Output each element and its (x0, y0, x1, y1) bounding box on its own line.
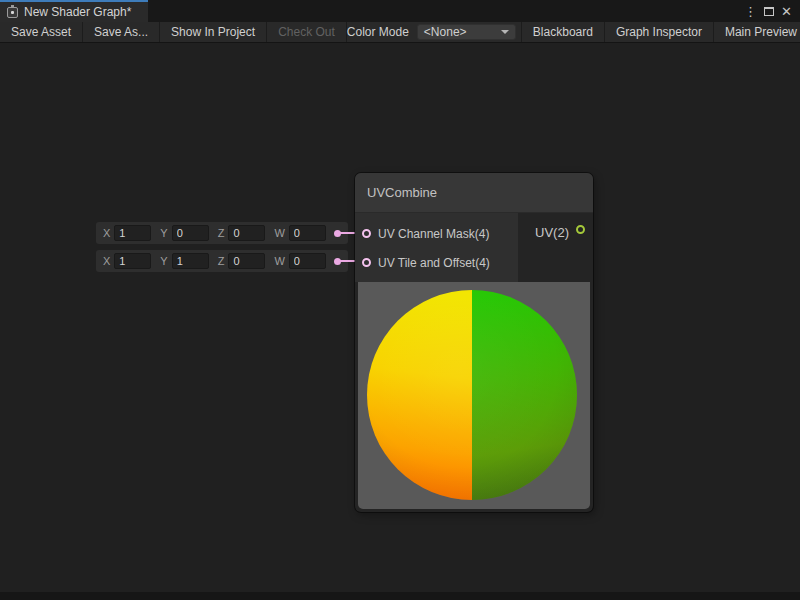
vector4-field-row-2: X Y Z W (96, 250, 348, 272)
input-port-label: UV Tile and Offset(4) (378, 256, 490, 270)
node-header[interactable]: UVCombine (355, 173, 593, 213)
sphere-left-half (367, 290, 472, 500)
main-preview-toggle-button[interactable]: Main Preview (713, 22, 800, 42)
vector-y-input[interactable] (172, 225, 209, 241)
window-controls: ⋮ ✕ (744, 0, 800, 22)
vector-z-label: Z (218, 227, 225, 239)
tab-new-shader-graph[interactable]: New Shader Graph* (0, 0, 148, 22)
bottom-strip (0, 592, 800, 600)
save-asset-button[interactable]: Save Asset (0, 22, 83, 42)
vector-y-label: Y (160, 227, 167, 239)
graph-inspector-toggle-button[interactable]: Graph Inspector (604, 22, 713, 42)
vector-x-label: X (103, 255, 110, 267)
vector-x-label: X (103, 227, 110, 239)
vector-z-input[interactable] (228, 225, 265, 241)
save-as-button[interactable]: Save As... (83, 22, 160, 42)
node-input-ports: UV Channel Mask(4) UV Tile and Offset(4) (355, 213, 518, 282)
color-mode-dropdown[interactable]: <None> (417, 24, 516, 40)
check-out-button: Check Out (267, 22, 347, 42)
toolbar: Save Asset Save As... Show In Project Ch… (0, 22, 800, 43)
toolbar-right-buttons: Blackboard Graph Inspector Main Preview (521, 22, 800, 42)
vector-y-input[interactable] (172, 253, 209, 269)
vector-w-label: W (274, 255, 284, 267)
input-port-row: UV Tile and Offset(4) (355, 248, 518, 277)
vector-w-input[interactable] (289, 253, 326, 269)
input-port-icon[interactable] (362, 258, 371, 267)
close-icon[interactable]: ✕ (781, 5, 792, 18)
vector4-field-row-1: X Y Z W (96, 222, 348, 244)
vector-x-input[interactable] (114, 225, 151, 241)
vector-w-input[interactable] (289, 225, 326, 241)
node-preview (358, 282, 590, 509)
vector-y-label: Y (160, 255, 167, 267)
node-output-ports: UV(2) (518, 213, 593, 282)
vector-z-label: Z (218, 255, 225, 267)
vector-w-label: W (274, 227, 284, 239)
shader-graph-window: New Shader Graph* ⋮ ✕ Save Asset Save As… (0, 0, 800, 600)
chevron-down-icon (501, 30, 509, 34)
title-bar: New Shader Graph* ⋮ ✕ (0, 0, 800, 22)
input-port-icon[interactable] (362, 229, 371, 238)
node-uvcombine[interactable]: UVCombine UV Channel Mask(4) UV Tile and… (355, 173, 593, 512)
show-in-project-button[interactable]: Show In Project (160, 22, 267, 42)
maximize-icon[interactable] (764, 5, 774, 18)
shader-graph-asset-icon (7, 7, 18, 18)
output-port-label: UV(2) (535, 225, 569, 240)
shader-preview-sphere (367, 290, 577, 500)
output-port-icon[interactable] (576, 225, 585, 234)
graph-canvas[interactable]: X Y Z W X Y Z W UVCombine (0, 43, 800, 592)
more-options-icon[interactable]: ⋮ (744, 5, 757, 18)
color-mode-value: <None> (424, 25, 501, 39)
color-mode-label: Color Mode (347, 25, 409, 39)
tab-title: New Shader Graph* (24, 5, 131, 19)
input-port-label: UV Channel Mask(4) (378, 227, 489, 241)
vector-z-input[interactable] (228, 253, 265, 269)
node-body: UV Channel Mask(4) UV Tile and Offset(4)… (355, 213, 593, 282)
node-title: UVCombine (367, 185, 437, 200)
input-port-row: UV Channel Mask(4) (355, 219, 518, 248)
color-mode-group: Color Mode <None> (347, 22, 521, 42)
sphere-right-half (472, 290, 577, 500)
vector-x-input[interactable] (114, 253, 151, 269)
blackboard-toggle-button[interactable]: Blackboard (521, 22, 604, 42)
